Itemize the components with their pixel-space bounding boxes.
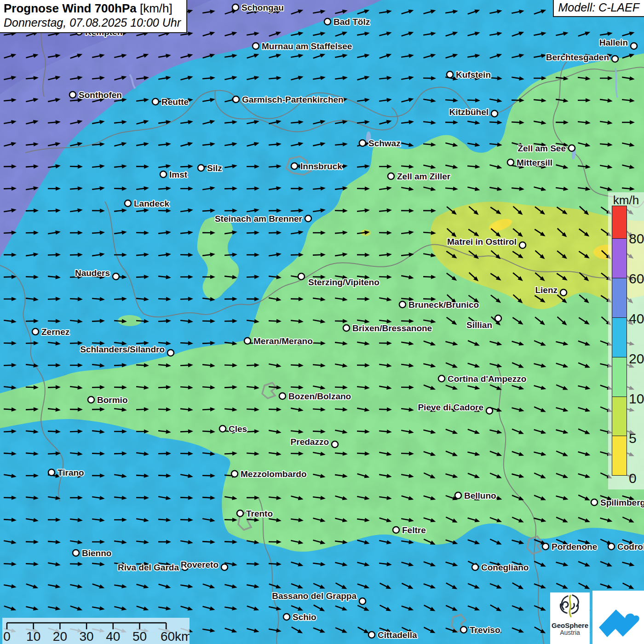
city-marker	[48, 469, 55, 476]
city-marker	[343, 325, 350, 331]
city-marker	[198, 165, 204, 171]
city-marker	[495, 315, 501, 322]
city-marker	[125, 200, 131, 207]
city-label: Zell am Ziller	[397, 172, 451, 181]
city-label: Cortina d'Ampezzo	[448, 374, 526, 384]
city-marker	[486, 408, 493, 414]
city-marker	[253, 43, 259, 49]
city-label: Nauders	[75, 268, 110, 278]
city: Riva del Garda	[118, 563, 188, 572]
city-label: Trento	[246, 509, 273, 518]
legend-tick-label: 10	[629, 392, 644, 406]
city-label: Rovereto	[181, 560, 218, 569]
city-label: Sonthofen	[79, 90, 122, 100]
geosphere-name: GeoSphere	[550, 622, 590, 629]
city: Murnau am Staffelsee	[253, 41, 352, 51]
legend-segment	[612, 238, 627, 278]
city-marker	[359, 598, 366, 604]
title-box: Prognose Wind 700hPa [km/h] Donnerstag, …	[0, 0, 187, 33]
city: Cortina d'Ampezzo	[438, 374, 526, 384]
city-marker	[160, 171, 167, 178]
city-label: Matrei in Osttirol	[447, 237, 517, 247]
city: Bruneck/Brunico	[399, 300, 479, 310]
city-label: Bruneck/Brunico	[408, 300, 479, 310]
city-label: Reutte	[161, 97, 189, 107]
city-marker	[231, 471, 238, 477]
city: Berchtesgaden	[546, 52, 618, 62]
city: Imst	[160, 170, 188, 179]
city-marker	[388, 173, 394, 179]
city-marker	[113, 273, 119, 280]
map-title-unit: [km/h]	[137, 1, 172, 15]
city: Meran/Merano	[244, 336, 313, 346]
city-marker	[324, 18, 331, 25]
city-marker	[332, 441, 338, 448]
scale-label: 60km	[161, 629, 190, 644]
map-title: Prognose Wind 700hPa [km/h]	[4, 1, 181, 16]
legend-segment	[612, 206, 627, 239]
city-marker	[244, 338, 251, 344]
legend-tick-label: 20	[629, 352, 644, 366]
city: Zell am Ziller	[388, 172, 451, 181]
city-marker	[283, 614, 290, 620]
city-marker	[359, 140, 366, 146]
city-marker	[393, 527, 399, 533]
legend-tick-label: 60	[629, 272, 644, 286]
scale-label: 40	[106, 629, 120, 644]
geosphere-contours-icon	[556, 592, 584, 621]
city-marker	[507, 159, 514, 166]
city-marker	[233, 96, 239, 103]
mountain-cloud-icon	[595, 593, 641, 641]
city-marker	[368, 632, 375, 638]
city-label: Hallein	[599, 38, 628, 47]
map-subtitle: Donnerstag, 07.08.2025 10:00 Uhr	[4, 16, 181, 29]
legend-tick-label: 80	[629, 232, 644, 246]
city-label: Predazzo	[291, 437, 329, 447]
city-label: Schio	[293, 612, 316, 622]
city-marker	[591, 499, 598, 506]
city-marker	[399, 301, 406, 308]
city-label: Murnau am Staffelsee	[262, 41, 352, 51]
legend-tick-label: 0	[629, 472, 637, 485]
legend-segment	[612, 436, 627, 476]
scale-label: 30	[80, 629, 94, 644]
city-marker	[519, 242, 526, 248]
scale-ruler: 0102030405060km	[2, 618, 190, 644]
city-marker	[447, 71, 453, 78]
city-marker	[460, 627, 467, 633]
city-label: Belluno	[464, 491, 496, 500]
legend-segment	[612, 397, 627, 436]
city-marker	[73, 550, 79, 556]
city-label: Feltre	[402, 525, 426, 535]
legend-color-bar	[612, 206, 627, 476]
city: Brixen/Bressanone	[343, 323, 432, 333]
city-marker	[88, 397, 94, 403]
city-marker	[237, 510, 243, 517]
city-marker	[472, 564, 478, 570]
city-label: Berchtesgaden	[546, 52, 609, 62]
city-marker	[305, 215, 311, 222]
city-marker	[560, 289, 567, 296]
wind-forecast-map: SchongauBad TölzMurnau am StaffelseeKemp…	[0, 0, 644, 644]
city-label: Zernez	[41, 327, 69, 337]
city-label: Riva del Garda	[118, 563, 179, 572]
city-marker	[455, 492, 461, 499]
city-marker	[491, 110, 498, 117]
city-marker	[221, 564, 228, 570]
city-label: Silz	[207, 163, 222, 173]
legend-tick-label: 40	[629, 312, 644, 326]
city-marker	[279, 393, 286, 399]
city-label: Mittersill	[517, 158, 552, 167]
city: Mezzolombardo	[231, 469, 307, 479]
map-title-main: Prognose Wind 700hPa	[4, 1, 137, 15]
city-marker	[298, 273, 305, 280]
city-marker	[608, 543, 615, 550]
model-label: Modell: C-LAEF	[553, 0, 644, 17]
legend-tick-label: 5	[629, 431, 637, 445]
city-label: Bienno	[82, 548, 111, 558]
city-marker	[542, 543, 549, 550]
city-marker	[167, 350, 174, 356]
city-label: Mezzolombardo	[241, 469, 307, 479]
city-marker	[569, 145, 575, 151]
city-label: Spilimbergo	[600, 498, 644, 507]
